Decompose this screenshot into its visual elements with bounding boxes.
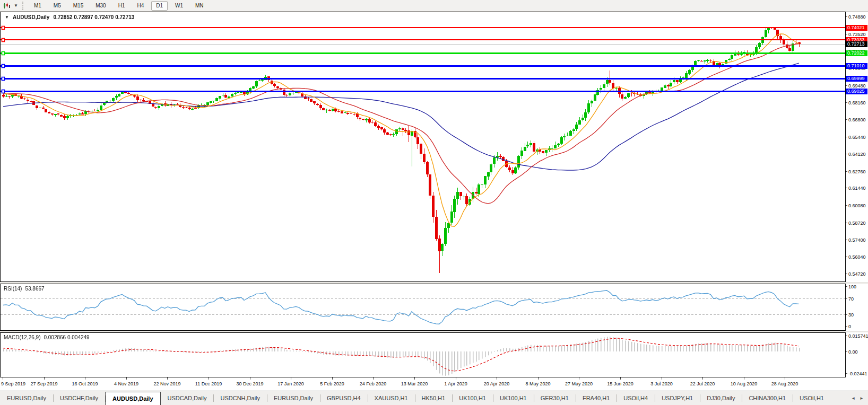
price-tick-label: 0.66800 <box>846 117 866 122</box>
date-label: 27 May 2020 <box>565 381 593 386</box>
date-label: 16 Oct 2019 <box>72 381 98 386</box>
price-tick-label: 0.74880 <box>846 14 866 20</box>
date-label: 27 Sep 2019 <box>30 381 57 386</box>
macd-tick-label: -0.02441 <box>846 371 867 376</box>
chart-tab-hk50-h1[interactable]: HK50,H1 <box>415 391 453 405</box>
rsi-tick-label: 70 <box>846 296 854 302</box>
date-tick <box>291 377 291 380</box>
level-price-label: 0.69025 <box>846 89 867 94</box>
symbol-dropdown-icon[interactable]: ▼ <box>5 15 9 20</box>
chart-tab-xauusd-h1[interactable]: XAUUSD,H1 <box>368 391 415 405</box>
date-tick <box>744 377 744 380</box>
price-tick-label: 0.60080 <box>846 203 866 208</box>
date-label: 13 Mar 2020 <box>401 381 428 386</box>
chart-tab-gbpusd-h4[interactable]: GBPUSD,H4 <box>320 391 368 405</box>
chevron-down-icon[interactable]: ▼ <box>14 3 18 8</box>
chart-tab-usoil-h4[interactable]: USOil,H4 <box>617 391 655 405</box>
chart-tab-audusd-daily[interactable]: AUDUSD,Daily <box>105 392 160 405</box>
tab-scroll-right-icon[interactable]: ► <box>858 395 865 402</box>
chart-tab-usdchf-daily[interactable]: USDCHF,Daily <box>53 391 105 405</box>
chart-tab-china300-h1[interactable]: CHINA300,H1 <box>742 391 793 405</box>
timeframe-button-w1[interactable]: W1 <box>170 1 188 11</box>
timeframe-button-h1[interactable]: H1 <box>114 1 130 11</box>
price-tick-label: 0.64120 <box>846 152 866 157</box>
macd-axis: 0.0157410.00-0.02441 <box>846 332 868 377</box>
toolbar-separator <box>22 2 25 10</box>
date-tick <box>662 377 662 380</box>
level-price-label: 0.72022 <box>846 50 867 56</box>
date-tick <box>126 377 127 380</box>
timeframe-button-m1[interactable]: M1 <box>29 1 46 11</box>
macd-tick-label: 0.015741 <box>846 333 868 339</box>
date-label: 15 Jun 2020 <box>607 381 633 386</box>
timeframe-toolbar: ▼ M1M5M15M30H1H4D1W1MN <box>0 0 868 12</box>
chart-tab-usoil-h1[interactable]: USOil,H1 <box>793 391 831 405</box>
chart-tab-fra40-h1[interactable]: FRA40,H1 <box>576 391 617 405</box>
price-chart-canvas[interactable] <box>1 12 845 281</box>
date-tick <box>702 377 703 380</box>
candlestick-chart-icon[interactable] <box>2 2 13 10</box>
main-chart-row: ▼ AUDUSD,Daily 0.72852 0.72897 0.72470 0… <box>0 12 868 282</box>
timeframe-button-mn[interactable]: MN <box>190 1 209 11</box>
tab-scroll-left-icon[interactable]: ◄ <box>849 395 857 402</box>
date-label: 17 Jan 2020 <box>277 381 304 386</box>
price-tick-label: 0.61440 <box>846 186 866 191</box>
date-label: 5 Feb 2020 <box>320 381 344 386</box>
price-tick-label: 0.73520 <box>846 32 866 37</box>
price-tick-label: 0.56040 <box>846 254 866 260</box>
chart-tab-uk100-h1[interactable]: UK100,H1 <box>452 391 493 405</box>
chart-tab-ger30-h1[interactable]: GER30,H1 <box>534 391 576 405</box>
timeframe-button-d1[interactable]: D1 <box>151 1 168 11</box>
price-axis: 0.748800.735200.721600.708400.694800.681… <box>846 12 868 282</box>
level-price-label: 0.71010 <box>846 63 867 69</box>
timeframe-button-m15[interactable]: M15 <box>68 1 88 11</box>
timeframe-button-m5[interactable]: M5 <box>49 1 66 11</box>
date-tick <box>538 377 539 380</box>
rsi-tick-label: 100 <box>846 284 856 289</box>
price-tick-label: 0.69480 <box>846 83 866 89</box>
macd-pane[interactable]: MACD(12,26,9)0.002866 0.004249 <box>0 332 846 377</box>
level-price-label: 0.69999 <box>846 76 867 82</box>
rsi-row: RSI(14)53.8667 10070300 <box>0 284 868 331</box>
date-label: 22 Jul 2020 <box>690 381 715 386</box>
rsi-canvas[interactable] <box>1 284 845 330</box>
date-tick <box>167 377 168 380</box>
date-label: 8 May 2020 <box>525 381 550 386</box>
rsi-axis: 10070300 <box>846 284 868 331</box>
timeframe-button-h4[interactable]: H4 <box>132 1 149 11</box>
date-tick <box>373 377 374 380</box>
date-tick <box>250 377 250 380</box>
price-tick-label: 0.58720 <box>846 221 866 226</box>
chart-tab-usdjpy-h1[interactable]: USDJPY,H1 <box>655 391 700 405</box>
macd-label: MACD(12,26,9)0.002866 0.004249 <box>4 334 90 340</box>
chart-tab-bar: EURUSD,DailyUSDCHF,DailyAUDUSD,DailyUSDC… <box>0 391 868 405</box>
price-tick-label: 0.54720 <box>846 271 866 277</box>
date-label: 11 Dec 2019 <box>195 381 222 386</box>
price-tick-label: 0.62760 <box>846 169 866 174</box>
chart-tab-usdcnh-daily[interactable]: USDCNH,Daily <box>213 391 267 405</box>
rsi-label: RSI(14)53.8667 <box>4 286 45 292</box>
date-label: 30 Dec 2019 <box>236 381 263 386</box>
date-tick <box>44 377 45 380</box>
price-chart-pane[interactable]: ▼ AUDUSD,Daily 0.72852 0.72897 0.72470 0… <box>0 12 846 282</box>
chart-tab-usdcad-daily[interactable]: USDCAD,Daily <box>161 391 214 405</box>
chart-tab-eurusd-daily[interactable]: EURUSD,Daily <box>267 391 320 405</box>
date-tick <box>332 377 333 380</box>
rsi-tick-label: 0 <box>846 324 851 329</box>
chart-tab-dj30-daily[interactable]: DJ30,Daily <box>700 391 742 405</box>
timeframe-button-m30[interactable]: M30 <box>91 1 110 11</box>
macd-row: MACD(12,26,9)0.002866 0.004249 0.0157410… <box>0 332 868 377</box>
price-tick-label: 0.57400 <box>846 237 866 243</box>
chart-tab-uk100-h1[interactable]: UK100,H1 <box>493 391 534 405</box>
date-label: 22 Nov 2019 <box>153 381 180 386</box>
date-label: 9 Sep 2019 <box>1 381 25 386</box>
rsi-tick-label: 30 <box>846 312 854 318</box>
macd-canvas[interactable] <box>1 333 845 377</box>
rsi-pane[interactable]: RSI(14)53.8667 <box>0 284 846 331</box>
chart-tab-eurusd-daily[interactable]: EURUSD,Daily <box>0 391 53 405</box>
price-tick-label: 0.65440 <box>846 135 866 140</box>
date-tick <box>497 377 497 380</box>
level-price-label: 0.74021 <box>846 25 867 31</box>
date-tick <box>620 377 621 380</box>
date-tick <box>456 377 456 380</box>
